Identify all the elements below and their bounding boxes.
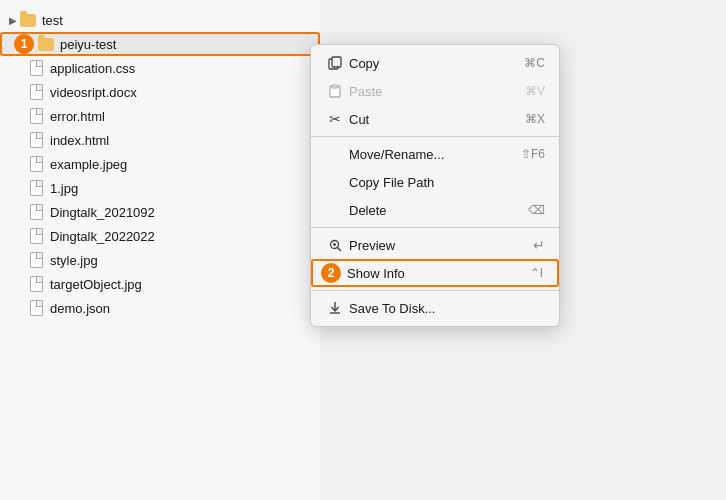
preview-shortcut: ↵ bbox=[533, 237, 545, 253]
file-icon bbox=[28, 180, 44, 196]
svg-rect-1 bbox=[332, 57, 341, 67]
cut-label: Cut bbox=[349, 112, 525, 127]
file-icon bbox=[28, 300, 44, 316]
menu-item-paste[interactable]: Paste ⌘V bbox=[311, 77, 559, 105]
list-item[interactable]: style.jpg bbox=[0, 248, 320, 272]
file-icon bbox=[28, 252, 44, 268]
file-icon bbox=[28, 84, 44, 100]
folder-root-label: test bbox=[42, 13, 63, 28]
preview-label: Preview bbox=[349, 238, 533, 253]
paste-shortcut: ⌘V bbox=[525, 84, 545, 98]
list-item[interactable]: Dingtalk_2022022 bbox=[0, 224, 320, 248]
file-icon bbox=[28, 228, 44, 244]
file-name: Dingtalk_2022022 bbox=[50, 229, 155, 244]
menu-item-showinfo[interactable]: 2 Show Info ⌃I bbox=[311, 259, 559, 287]
file-icon bbox=[28, 156, 44, 172]
svg-point-5 bbox=[333, 243, 336, 246]
savetodisk-label: Save To Disk... bbox=[349, 301, 545, 316]
selected-folder-label: peiyu-test bbox=[60, 37, 116, 52]
svg-line-6 bbox=[337, 247, 341, 251]
folder-child-icon bbox=[38, 36, 54, 52]
chevron-icon: ▶ bbox=[8, 15, 18, 25]
showinfo-label: Show Info bbox=[347, 266, 530, 281]
copy-label: Copy bbox=[349, 56, 524, 71]
file-name: style.jpg bbox=[50, 253, 98, 268]
file-icon bbox=[28, 132, 44, 148]
file-name: videosript.docx bbox=[50, 85, 137, 100]
menu-item-cut[interactable]: ✂ Cut ⌘X bbox=[311, 105, 559, 133]
file-icon bbox=[28, 276, 44, 292]
context-menu: Copy ⌘C Paste ⌘V ✂ Cut ⌘X Move/Rename...… bbox=[310, 44, 560, 327]
file-icon bbox=[28, 108, 44, 124]
menu-item-preview[interactable]: Preview ↵ bbox=[311, 231, 559, 259]
svg-rect-3 bbox=[332, 85, 338, 88]
folder-icon bbox=[20, 12, 36, 28]
file-name: error.html bbox=[50, 109, 105, 124]
copypath-label: Copy File Path bbox=[349, 175, 545, 190]
move-label: Move/Rename... bbox=[349, 147, 521, 162]
badge-2: 2 bbox=[321, 263, 341, 283]
file-name: Dingtalk_2021092 bbox=[50, 205, 155, 220]
list-item[interactable]: Dingtalk_2021092 bbox=[0, 200, 320, 224]
folder-root[interactable]: ▶ test bbox=[0, 8, 320, 32]
file-name: 1.jpg bbox=[50, 181, 78, 196]
delete-label: Delete bbox=[349, 203, 528, 218]
menu-item-savetodisk[interactable]: Save To Disk... bbox=[311, 294, 559, 322]
list-item[interactable]: videosript.docx bbox=[0, 80, 320, 104]
file-icon bbox=[28, 60, 44, 76]
paste-icon bbox=[325, 84, 345, 98]
menu-item-move[interactable]: Move/Rename... ⇧F6 bbox=[311, 140, 559, 168]
menu-item-delete[interactable]: Delete ⌫ bbox=[311, 196, 559, 224]
file-tree: ▶ test 1 peiyu-test application.css vide… bbox=[0, 0, 320, 500]
list-item[interactable]: error.html bbox=[0, 104, 320, 128]
separator-2 bbox=[311, 227, 559, 228]
menu-item-copy[interactable]: Copy ⌘C bbox=[311, 49, 559, 77]
save-icon bbox=[325, 301, 345, 315]
delete-shortcut: ⌫ bbox=[528, 203, 545, 217]
list-item[interactable]: index.html bbox=[0, 128, 320, 152]
menu-item-copypath[interactable]: Copy File Path bbox=[311, 168, 559, 196]
copy-shortcut: ⌘C bbox=[524, 56, 545, 70]
list-item[interactable]: demo.json bbox=[0, 296, 320, 320]
copy-icon bbox=[325, 56, 345, 70]
file-name: example.jpeg bbox=[50, 157, 127, 172]
list-item[interactable]: application.css bbox=[0, 56, 320, 80]
file-icon bbox=[28, 204, 44, 220]
preview-icon bbox=[325, 238, 345, 253]
file-name: index.html bbox=[50, 133, 109, 148]
cut-shortcut: ⌘X bbox=[525, 112, 545, 126]
showinfo-shortcut: ⌃I bbox=[530, 266, 543, 280]
list-item[interactable]: example.jpeg bbox=[0, 152, 320, 176]
list-item[interactable]: 1.jpg bbox=[0, 176, 320, 200]
separator-3 bbox=[311, 290, 559, 291]
badge-1: 1 bbox=[14, 34, 34, 54]
file-name: demo.json bbox=[50, 301, 110, 316]
list-item[interactable]: targetObject.jpg bbox=[0, 272, 320, 296]
move-shortcut: ⇧F6 bbox=[521, 147, 545, 161]
file-name: application.css bbox=[50, 61, 135, 76]
separator-1 bbox=[311, 136, 559, 137]
paste-label: Paste bbox=[349, 84, 525, 99]
file-name: targetObject.jpg bbox=[50, 277, 142, 292]
cut-icon: ✂ bbox=[325, 111, 345, 127]
selected-folder-item[interactable]: 1 peiyu-test bbox=[0, 32, 320, 56]
